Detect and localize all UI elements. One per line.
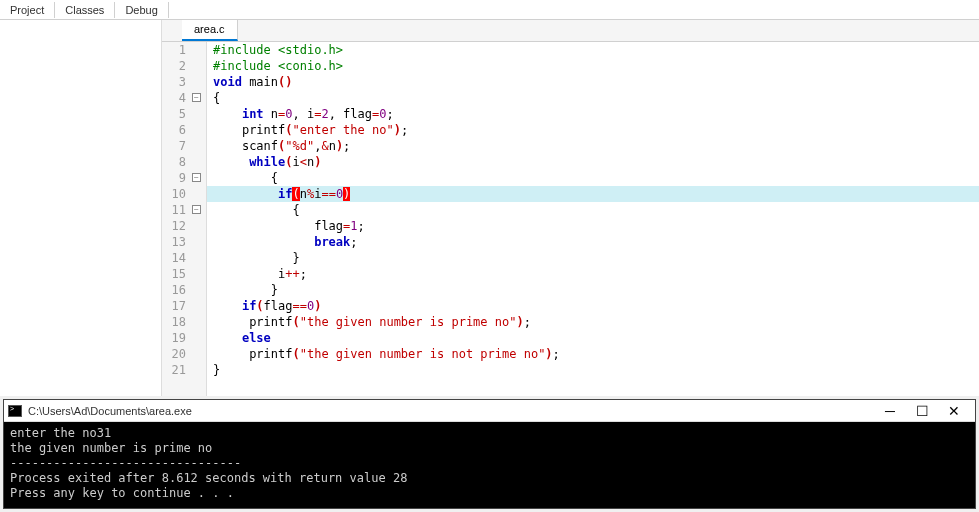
line-number: 9 [162,170,192,186]
line-number: 16 [162,282,192,298]
line-number: 2 [162,58,192,74]
line-number: 1 [162,42,192,58]
tab-classes[interactable]: Classes [55,2,115,18]
console-output[interactable]: enter the no31 the given number is prime… [4,422,975,508]
console-window: C:\Users\Ad\Documents\area.exe ─ ☐ ✕ ent… [3,399,976,509]
line-number: 4 [162,90,192,106]
bracket-highlight: ( [292,187,299,201]
line-number: 13 [162,234,192,250]
fold-toggle[interactable]: − [192,205,201,214]
line-number: 11 [162,202,192,218]
console-icon [8,405,22,417]
file-tab-area-c[interactable]: area.c [182,20,238,41]
panel-tabs: Project Classes Debug [0,0,979,20]
current-line: if(n%i==0) [207,186,979,202]
code-area[interactable]: 1 2 3 4− 5 6 7 8 9− 10 11− 12 13 14 15 1… [162,42,979,396]
code-lines[interactable]: #include <stdio.h> #include <conio.h> vo… [207,42,979,396]
tab-project[interactable]: Project [0,2,55,18]
line-number: 10 [162,186,192,202]
line-number: 12 [162,218,192,234]
tab-debug[interactable]: Debug [115,2,168,18]
fold-toggle[interactable]: − [192,173,201,182]
line-number: 15 [162,266,192,282]
line-number: 6 [162,122,192,138]
minimize-button[interactable]: ─ [881,402,899,420]
close-button[interactable]: ✕ [945,402,963,420]
editor-area: area.c 1 2 3 4− 5 6 7 8 9− 10 11− 12 13 … [0,20,979,396]
gutter: 1 2 3 4− 5 6 7 8 9− 10 11− 12 13 14 15 1… [162,42,207,396]
line-number: 3 [162,74,192,90]
editor-main: area.c 1 2 3 4− 5 6 7 8 9− 10 11− 12 13 … [162,20,979,396]
line-number: 20 [162,346,192,362]
fold-toggle[interactable]: − [192,93,201,102]
line-number: 19 [162,330,192,346]
line-number: 7 [162,138,192,154]
line-number: 18 [162,314,192,330]
maximize-button[interactable]: ☐ [913,402,931,420]
line-number: 21 [162,362,192,378]
bracket-highlight: ) [343,187,350,201]
line-number: 8 [162,154,192,170]
line-number: 14 [162,250,192,266]
project-sidebar[interactable] [0,20,162,396]
console-title-bar[interactable]: C:\Users\Ad\Documents\area.exe ─ ☐ ✕ [4,400,975,422]
file-tab-bar: area.c [162,20,979,42]
line-number: 17 [162,298,192,314]
line-number: 5 [162,106,192,122]
console-title: C:\Users\Ad\Documents\area.exe [28,405,881,417]
